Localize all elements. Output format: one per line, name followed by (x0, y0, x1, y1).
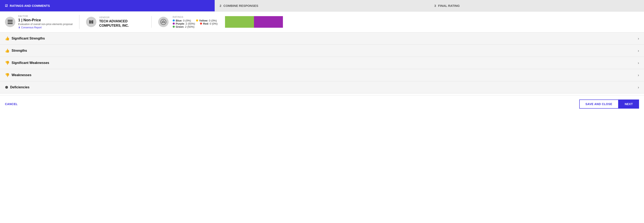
dot-blue (173, 20, 175, 22)
tabs-bar: ☑ RATINGS AND COMMENTS 2 COMBINE RESPONS… (0, 0, 644, 12)
vendor-label: VENDOR (99, 16, 145, 18)
significant-strengths-icon: 👍 (5, 36, 10, 41)
deficiencies-icon: ⊗ (5, 85, 8, 90)
rating-purple: Purple: 2 (50%) (173, 22, 195, 25)
strengths-label: Strengths (12, 49, 27, 52)
rating-red-label: Red: 0 (0%) (203, 22, 218, 25)
tab-ratings-comments[interactable]: ☑ RATINGS AND COMMENTS (0, 0, 215, 12)
weaknesses-label: Weaknesses (12, 73, 32, 77)
ratings-data: RATINGS Blue: 0 (0%) Yellow: 0 (0%) Purp… (173, 16, 218, 28)
tab-final-number: 3 (434, 4, 436, 8)
factor-icon (5, 17, 15, 27)
significant-strengths-chevron: › (638, 36, 639, 41)
footer-right-buttons: SAVE AND CLOSE NEXT (579, 100, 639, 108)
next-button[interactable]: NEXT (618, 100, 639, 108)
consensus-report-link[interactable]: ⬇ Consensus Report (18, 26, 72, 29)
deficiencies-chevron: › (638, 85, 639, 90)
deficiencies-left: ⊗ Deficiencies (5, 85, 29, 90)
vendor-icon (86, 17, 96, 27)
significant-weaknesses-icon: 👎 (5, 60, 10, 65)
deficiencies-label: Deficiencies (10, 86, 29, 89)
svg-rect-2 (8, 23, 12, 24)
download-icon: ⬇ (18, 26, 20, 29)
section-significant-strengths[interactable]: 👍 Significant Strengths › (0, 32, 644, 45)
rating-blue: Blue: 0 (0%) (173, 19, 191, 22)
vendor-title: TECH ADVANCED COMPUTERS, INC. (99, 19, 145, 28)
factor-info: FACTOR 1 | Non-Price Evaluation of overa… (18, 15, 72, 29)
factor-label: FACTOR (18, 15, 72, 18)
strengths-left: 👍 Strengths (5, 48, 27, 53)
ratings-row-1: Blue: 0 (0%) Yellow: 0 (0%) (173, 19, 218, 22)
rating-yellow-label: Yellow: 0 (0%) (199, 19, 217, 22)
weaknesses-chevron: › (638, 73, 639, 77)
svg-rect-0 (8, 20, 12, 21)
ratings-row-3: Green: 2 (50%) (173, 25, 218, 28)
dot-purple (173, 22, 175, 24)
ratings-icon (158, 17, 168, 27)
dot-red (200, 22, 202, 24)
factor-title: 1 | Non-Price (18, 18, 72, 22)
tab-combine-number: 2 (220, 4, 221, 8)
vendor-section: VENDOR TECH ADVANCED COMPUTERS, INC. (86, 16, 152, 28)
factor-description: Evaluation of overall non-price elements… (18, 23, 72, 26)
significant-strengths-left: 👍 Significant Strengths (5, 36, 45, 41)
rating-green-label: Green: 2 (50%) (176, 25, 194, 28)
dot-green (173, 26, 175, 28)
svg-line-9 (164, 20, 165, 23)
tab-final-label: FINAL RATING (438, 4, 460, 8)
significant-weaknesses-chevron: › (638, 61, 639, 65)
significant-strengths-label: Significant Strengths (12, 36, 45, 40)
significant-weaknesses-left: 👎 Significant Weaknesses (5, 60, 49, 65)
tab-ratings-label: RATINGS AND COMMENTS (10, 4, 50, 8)
svg-rect-5 (91, 22, 92, 24)
tab-ratings-icon: ☑ (5, 4, 8, 8)
vendor-info: VENDOR TECH ADVANCED COMPUTERS, INC. (99, 16, 145, 28)
section-weaknesses[interactable]: 👎 Weaknesses › (0, 69, 644, 81)
tab-combine-responses[interactable]: 2 COMBINE RESPONSES (215, 0, 429, 12)
ratings-section: RATINGS Blue: 0 (0%) Yellow: 0 (0%) Purp… (158, 16, 639, 28)
green-bar (225, 16, 254, 28)
save-and-close-button[interactable]: SAVE AND CLOSE (579, 100, 618, 108)
footer: CANCEL SAVE AND CLOSE NEXT (0, 95, 644, 113)
rating-blue-label: Blue: 0 (0%) (176, 19, 191, 22)
tab-combine-label: COMBINE RESPONSES (223, 4, 258, 8)
rating-bars (225, 16, 283, 28)
rating-green: Green: 2 (50%) (173, 25, 194, 28)
ratings-label: RATINGS (173, 16, 218, 18)
svg-line-8 (162, 20, 164, 23)
strengths-chevron: › (638, 48, 639, 53)
weaknesses-icon: 👎 (5, 73, 10, 77)
cancel-button[interactable]: CANCEL (5, 102, 18, 106)
consensus-report-label: Consensus Report (21, 26, 42, 29)
rating-red: Red: 0 (0%) (200, 22, 218, 25)
rating-yellow: Yellow: 0 (0%) (196, 19, 217, 22)
strengths-icon: 👍 (5, 48, 10, 53)
section-list: 👍 Significant Strengths › 👍 Strengths › … (0, 32, 644, 94)
info-bar: FACTOR 1 | Non-Price Evaluation of overa… (0, 12, 644, 32)
ratings-row-2: Purple: 2 (50%) Red: 0 (0%) (173, 22, 218, 25)
weaknesses-left: 👎 Weaknesses (5, 73, 32, 77)
factor-section: FACTOR 1 | Non-Price Evaluation of overa… (5, 15, 80, 29)
section-deficiencies[interactable]: ⊗ Deficiencies › (0, 81, 644, 94)
tab-final-rating[interactable]: 3 FINAL RATING (429, 0, 644, 12)
section-significant-weaknesses[interactable]: 👎 Significant Weaknesses › (0, 57, 644, 69)
significant-weaknesses-label: Significant Weaknesses (12, 61, 49, 65)
purple-bar (254, 16, 283, 28)
rating-purple-label: Purple: 2 (50%) (176, 22, 195, 25)
dot-yellow (196, 20, 198, 22)
svg-rect-1 (8, 22, 12, 22)
svg-rect-4 (90, 20, 92, 21)
section-strengths[interactable]: 👍 Strengths › (0, 45, 644, 57)
